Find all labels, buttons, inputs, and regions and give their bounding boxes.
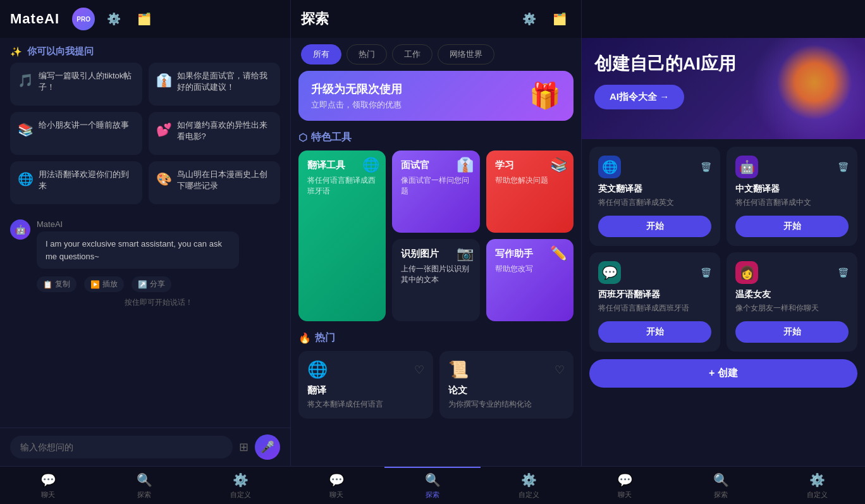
feature-grid: 翻译工具 将任何语言翻译成西班牙语 🌐 面试官 像面试官一样问您问题 👔 学习 [298,151,574,321]
pro-badge[interactable]: PRO [72,8,95,30]
scan-icon[interactable]: ⊞ [239,440,248,454]
chat-icon: 💬 [40,472,56,488]
tool-card-1-header: 🤖 🗑️ [735,156,849,178]
hot-icon: 🔥 [298,332,311,344]
settings-icon[interactable]: ⚙️ [102,8,125,30]
middle-chat-icon: 💬 [329,472,345,488]
feature-card-1[interactable]: 面试官 像面试官一样问您问题 👔 [392,151,479,233]
middle-settings-icon[interactable]: ⚙️ [518,8,541,30]
feature-card-3[interactable]: 识别图片 上传一张图片以识别其中的文本 📷 [392,239,479,321]
heart-icon-1[interactable]: ♡ [555,363,565,377]
right-chat-label: 聊天 [618,490,632,500]
history-icon[interactable]: 🗂️ [133,8,156,30]
prompt-card-4[interactable]: 🌐 用法语翻译欢迎你们的到来 [10,161,142,204]
prompt-grid: 🎵 编写一篇吸引人的tiktok帖子！ 👔 如果你是面试官，请给我好的面试建议！… [0,63,290,212]
voice-btn[interactable]: 🎤 [255,434,280,460]
feature-card-desc-3: 上传一张图片以识别其中的文本 [401,264,470,285]
feature-card-0[interactable]: 翻译工具 将任何语言翻译成西班牙语 🌐 [298,151,386,321]
delete-icon-0[interactable]: 🗑️ [701,162,711,172]
hot-card-1[interactable]: 📜 ♡ 论文 为你撰写专业的结构化论 [439,351,574,419]
right-customize-icon: ⚙️ [809,472,825,488]
feature-card-4[interactable]: 写作助手 帮助您改写 ✏️ [486,239,574,321]
hot-card-desc-0: 将文本翻译成任何语言 [307,399,424,410]
tool-card-0[interactable]: 🌐 🗑️ 英文翻译器 将任何语言翻译成英文 开始 [589,147,720,246]
copy-btn[interactable]: 📋 复制 [37,276,77,292]
prompt-card-5[interactable]: 🎨 鸟山明在日本漫画史上创下哪些记录 [149,161,281,204]
tools-grid: 🌐 🗑️ 英文翻译器 将任何语言翻译成英文 开始 🤖 🗑️ 中文翻译器 将任何语… [589,147,857,352]
share-btn[interactable]: ↗️ 分享 [132,276,171,292]
tool-card-3[interactable]: 👩 🗑️ 温柔女友 像个女朋友一样和你聊天 开始 [727,252,857,352]
tool-desc-3: 像个女朋友一样和你聊天 [735,303,849,314]
hot-card-0[interactable]: 🌐 ♡ 翻译 将文本翻译成任何语言 [298,351,433,419]
prompt-text-0: 编写一篇吸引人的tiktok帖子！ [39,70,135,93]
middle-nav-explore[interactable]: 🔍 探索 [384,467,481,504]
tool-card-1[interactable]: 🤖 🗑️ 中文翻译器 将任何语言翻译成中文 开始 [727,147,857,246]
left-nav-explore[interactable]: 🔍 探索 [96,467,192,504]
share-label: 分享 [150,279,165,290]
tool-desc-2: 将任何语言翻译成西班牙语 [598,303,711,314]
start-btn-1[interactable]: 开始 [735,216,849,237]
left-nav-customize[interactable]: ⚙️ 自定义 [192,467,288,504]
start-btn-2[interactable]: 开始 [598,321,711,343]
middle-nav-customize[interactable]: ⚙️ 自定义 [481,467,577,504]
middle-explore-label: 探索 [426,490,439,500]
tool-icon-2: 💬 [598,261,621,284]
feature-card-icon-3: 📷 [457,245,474,262]
customize-label: 自定义 [230,490,251,500]
middle-customize-icon: ⚙️ [521,472,537,488]
middle-header: 探索 ⚙️ 🗂️ [291,0,581,38]
tab-work[interactable]: 工作 [392,44,432,65]
heart-icon-0[interactable]: ♡ [414,363,424,377]
promo-title: 升级为无限次使用 [311,82,402,97]
middle-history-icon[interactable]: 🗂️ [548,8,571,30]
chat-area: 🤖 MateAI I am your exclusive smart assis… [0,212,290,427]
feature-tools-icon: ⬡ [298,132,307,144]
middle-nav-chat[interactable]: 💬 聊天 [288,467,384,504]
delete-icon-3[interactable]: 🗑️ [838,267,849,278]
feature-card-icon-0: 🌐 [362,157,379,173]
left-nav-chat[interactable]: 💬 聊天 [0,467,96,504]
chat-input[interactable] [10,436,233,458]
hot-card-0-header: 🌐 ♡ [307,360,424,379]
prompt-text-5: 鸟山明在日本漫画史上创下哪些记录 [177,169,273,192]
middle-panel: 探索 ⚙️ 🗂️ 所有 热门 工作 网络世界 升级为无限次使用 立即点击，领取你… [291,0,582,466]
right-nav-explore[interactable]: 🔍 探索 [673,467,769,504]
right-nav-chat[interactable]: 💬 聊天 [577,467,673,504]
right-explore-icon: 🔍 [713,472,729,488]
start-btn-0[interactable]: 开始 [598,216,711,237]
tool-card-3-header: 👩 🗑️ [735,261,849,284]
tool-icon-0: 🌐 [598,156,621,178]
prompt-card-0[interactable]: 🎵 编写一篇吸引人的tiktok帖子！ [10,63,142,106]
play-btn[interactable]: ▶️ 插放 [84,276,124,292]
tool-name-0: 英文翻译器 [598,183,711,195]
delete-icon-2[interactable]: 🗑️ [701,267,711,278]
tab-hot[interactable]: 热门 [347,44,387,65]
delete-icon-1[interactable]: 🗑️ [838,162,849,172]
hot-title: 🔥 热门 [298,331,574,345]
hero-section: 创建自己的AI应用 AI指令大全 → [582,38,865,139]
right-nav-customize[interactable]: ⚙️ 自定义 [769,467,865,504]
prompt-card-3[interactable]: 💕 如何邀约喜欢的异性出来看电影? [149,112,281,155]
app-logo: MateAI [10,11,59,27]
prompt-card-1[interactable]: 👔 如果你是面试官，请给我好的面试建议！ [149,63,281,106]
create-btn[interactable]: + 创建 [589,359,857,388]
start-btn-3[interactable]: 开始 [735,321,849,343]
feature-tools-title: ⬡ 特色工具 [298,131,574,144]
feature-card-desc-2: 帮助您解决问题 [495,175,565,186]
middle-content: 升级为无限次使用 立即点击，领取你的优惠 🎁 ⬡ 特色工具 翻译工具 将任何语言… [291,71,581,466]
prompt-icon-4: 🌐 [18,170,34,188]
tab-web[interactable]: 网络世界 [438,44,494,65]
feature-card-2[interactable]: 学习 帮助您解决问题 📚 [486,151,574,233]
hero-btn[interactable]: AI指令大全 → [594,85,684,109]
promo-subtitle: 立即点击，领取你的优惠 [311,99,402,111]
message-actions: 📋 复制 ▶️ 插放 ↗️ 分享 [37,276,280,292]
tool-card-2[interactable]: 💬 🗑️ 西班牙语翻译器 将任何语言翻译成西班牙语 开始 [589,252,720,352]
tab-all[interactable]: 所有 [301,44,341,65]
hot-card-1-header: 📜 ♡ [448,360,565,379]
prompt-card-2[interactable]: 📚 给小朋友讲一个睡前故事 [10,112,142,155]
prompt-icon-3: 💕 [156,121,172,138]
promo-banner[interactable]: 升级为无限次使用 立即点击，领取你的优惠 🎁 [298,71,574,121]
explore-label: 探索 [137,490,151,500]
play-label: 插放 [102,279,118,290]
promo-gift-icon: 🎁 [529,81,561,111]
